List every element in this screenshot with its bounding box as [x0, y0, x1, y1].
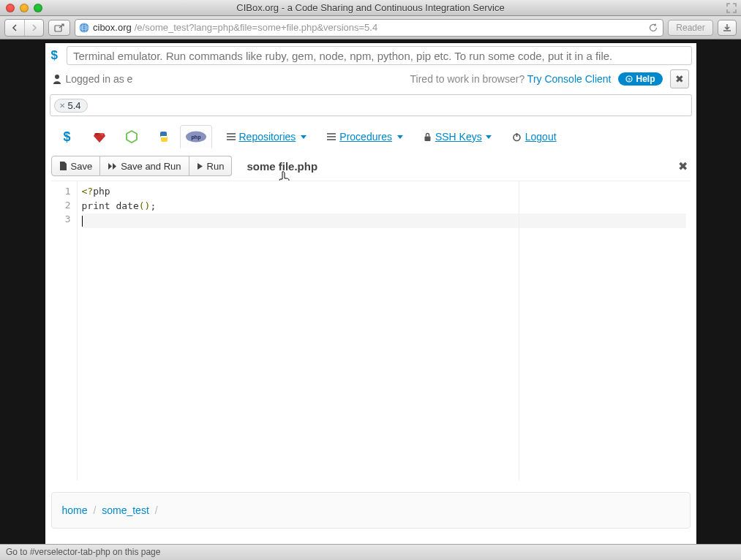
url-host: cibox.org	[93, 22, 132, 33]
caret-down-icon	[301, 135, 306, 139]
session-row: Logged in as e Tired to work in browser?…	[45, 68, 696, 94]
procedures-menu[interactable]: Procedures	[327, 131, 403, 143]
code-line: <?php	[82, 184, 686, 199]
line-number: 2	[51, 198, 77, 212]
caret-down-icon	[486, 135, 492, 139]
php-tab[interactable]: php	[180, 125, 212, 148]
share-button[interactable]	[48, 20, 70, 36]
prompt-symbol: $	[50, 48, 61, 63]
close-file-button[interactable]: ✖	[678, 159, 691, 173]
svg-point-5	[55, 75, 59, 79]
svg-marker-8	[94, 133, 105, 143]
url-path: /e/some_test?lang=php&file=some+file.php…	[135, 22, 377, 33]
tired-text: Tired to work in browser? Try Console Cl…	[410, 73, 612, 85]
traffic-lights	[6, 4, 42, 12]
file-name: some file.php	[247, 160, 317, 173]
python-tab[interactable]	[148, 125, 180, 148]
version-selector[interactable]: ✕ 5.4	[50, 94, 692, 116]
zoom-window-button[interactable]	[34, 4, 42, 12]
print-margin	[519, 181, 519, 480]
status-text: Go to #verselector-tab-php on this page	[6, 547, 160, 557]
back-button[interactable]	[5, 20, 24, 36]
downloads-button[interactable]	[718, 20, 737, 36]
repositories-menu[interactable]: Repositories	[227, 131, 307, 143]
svg-rect-20	[424, 136, 430, 141]
code-area[interactable]: <?php print date();	[78, 181, 691, 480]
breadcrumb-item[interactable]: some_test	[102, 504, 149, 516]
lock-icon	[424, 132, 432, 142]
fast-forward-icon	[108, 162, 117, 170]
list-icon	[227, 133, 236, 140]
node-tab[interactable]	[116, 125, 148, 148]
status-bar: Go to #verselector-tab-php on this page	[0, 544, 741, 560]
caret-down-icon	[397, 135, 403, 139]
line-number: 1	[51, 184, 77, 198]
shell-tab[interactable]: $	[51, 125, 83, 148]
code-line: print date();	[82, 199, 686, 213]
reload-icon[interactable]	[647, 23, 660, 33]
save-and-run-button[interactable]: Save and Run	[100, 156, 189, 176]
globe-icon	[78, 22, 90, 34]
code-line	[82, 213, 686, 228]
ruby-tab[interactable]	[83, 125, 116, 148]
breadcrumb-sep: /	[155, 504, 158, 516]
node-icon	[125, 130, 138, 143]
forward-button[interactable]	[24, 20, 43, 36]
mac-titlebar: CIBox.org - a Code Sharing and Continuou…	[0, 0, 741, 16]
svg-text:php: php	[191, 135, 200, 140]
lang-nav: $ php Repositories	[45, 122, 696, 156]
help-icon: ?	[625, 75, 633, 83]
remove-tag-icon[interactable]: ✕	[59, 102, 65, 110]
version-row: ✕ 5.4	[45, 94, 696, 122]
url-bar[interactable]: cibox.org/e/some_test?lang=php&file=some…	[75, 19, 663, 37]
action-row: Save Save and Run Run some file.php ✖	[45, 156, 696, 176]
window-title: CIBox.org - a Code Sharing and Continuou…	[0, 2, 741, 13]
run-button[interactable]: Run	[189, 156, 233, 176]
python-icon	[157, 130, 170, 143]
minimize-window-button[interactable]	[20, 4, 29, 12]
breadcrumb-home[interactable]: home	[62, 504, 88, 516]
php-icon: php	[185, 131, 207, 143]
gutter: 1 2 3	[51, 181, 78, 480]
terminal-input[interactable]	[67, 46, 692, 65]
save-button[interactable]: Save	[51, 156, 101, 176]
play-icon	[197, 162, 203, 170]
ruby-icon	[93, 130, 106, 143]
user-icon	[53, 74, 61, 84]
version-tag-label: 5.4	[68, 100, 81, 111]
svg-marker-11	[127, 131, 137, 143]
breadcrumb-sep: /	[93, 504, 96, 516]
list-icon	[327, 133, 336, 140]
sshkeys-menu[interactable]: SSH Keys	[424, 131, 492, 143]
reader-button[interactable]: Reader	[668, 20, 713, 36]
logout-link[interactable]: Logout	[512, 131, 557, 143]
app-background: $ Logged in as e Tired to work in browse…	[0, 39, 741, 544]
dismiss-button[interactable]: ✖	[670, 69, 689, 88]
svg-text:?: ?	[628, 77, 631, 82]
line-number: 3	[51, 212, 77, 226]
breadcrumb-panel: home / some_test /	[51, 492, 691, 529]
nav-buttons	[4, 19, 44, 37]
app-panel: $ Logged in as e Tired to work in browse…	[45, 43, 696, 544]
dollar-icon: $	[63, 129, 70, 145]
action-button-group: Save Save and Run Run	[51, 156, 233, 176]
browser-toolbar: cibox.org/e/some_test?lang=php&file=some…	[0, 16, 741, 39]
console-client-link[interactable]: Try Console Client	[527, 73, 612, 85]
close-window-button[interactable]	[6, 4, 15, 12]
terminal-row: $	[45, 43, 696, 68]
version-tag[interactable]: ✕ 5.4	[54, 99, 88, 113]
help-badge[interactable]: ? Help	[618, 72, 662, 86]
power-icon	[512, 132, 522, 142]
logged-in-text: Logged in as e	[66, 73, 133, 85]
fullscreen-icon[interactable]	[726, 3, 737, 13]
code-editor[interactable]: 1 2 3 <?php print date();	[51, 181, 691, 480]
file-icon	[59, 162, 67, 170]
